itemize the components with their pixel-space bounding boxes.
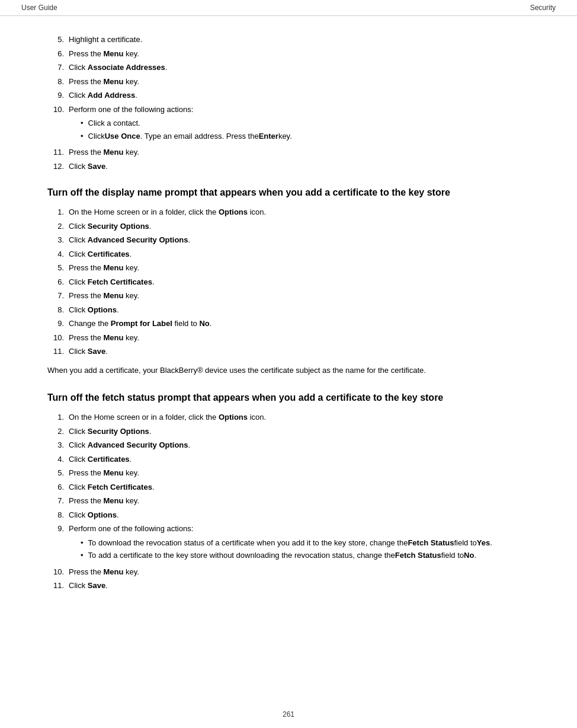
list-number: 1. — [47, 206, 69, 218]
list-content: Press the Menu key. — [69, 146, 530, 158]
bullet-item: To download the revocation status of a c… — [69, 537, 530, 549]
list-number: 1. — [47, 411, 69, 423]
list-item: 11.Click Save. — [47, 346, 530, 357]
list-content: Perform one of the following actions:To … — [69, 523, 530, 564]
list-number: 4. — [47, 454, 69, 465]
header-right: Security — [530, 4, 556, 12]
list-item: 9.Change the Prompt for Label field to N… — [47, 318, 530, 330]
list-item: 3.Click Advanced Security Options. — [47, 439, 530, 451]
list-item: 9.Click Add Address. — [47, 90, 530, 101]
list-item: 2.Click Security Options. — [47, 426, 530, 438]
list-item: 5.Press the Menu key. — [47, 262, 530, 274]
list-item: 11.Press the Menu key. — [47, 146, 530, 158]
list-content: Click Security Options. — [69, 221, 530, 232]
list-item: 2.Click Security Options. — [47, 221, 530, 232]
list-content: Press the Menu key. — [69, 290, 530, 302]
bullet-item: Click Use Once. Type an email address. P… — [69, 130, 530, 142]
page-footer: 261 — [0, 710, 577, 719]
list-number: 4. — [47, 248, 69, 260]
list-content: Click Certificates. — [69, 248, 530, 260]
list-number: 11. — [47, 580, 69, 592]
list-item: 7.Press the Menu key. — [47, 495, 530, 507]
list-item: 7.Click Associate Addresses. — [47, 62, 530, 74]
list-number: 2. — [47, 426, 69, 438]
list-content: Click Fetch Certificates. — [69, 481, 530, 493]
list-item: 10.Perform one of the following actions:… — [47, 104, 530, 145]
list-number: 5. — [47, 467, 69, 479]
list-content: Click Certificates. — [69, 454, 530, 465]
bullet-list: To download the revocation status of a c… — [69, 537, 530, 561]
list-item: 1.On the Home screen or in a folder, cli… — [47, 411, 530, 423]
list-number: 2. — [47, 221, 69, 232]
page-number: 261 — [283, 710, 294, 719]
list-content: Highlight a certificate. — [69, 34, 530, 46]
page-content: 5.Highlight a certificate.6.Press the Me… — [0, 16, 577, 612]
page-header: User Guide Security — [0, 0, 577, 16]
list-item: 5.Highlight a certificate. — [47, 34, 530, 46]
list-number: 6. — [47, 481, 69, 493]
list-content: Click Save. — [69, 161, 530, 173]
list-number: 11. — [47, 346, 69, 357]
list-content: Click Fetch Certificates. — [69, 276, 530, 288]
list-number: 12. — [47, 161, 69, 173]
list-number: 11. — [47, 146, 69, 158]
list-content: Click Options. — [69, 509, 530, 521]
list-content: Click Add Address. — [69, 90, 530, 101]
list-number: 9. — [47, 90, 69, 101]
list-number: 7. — [47, 62, 69, 74]
list-number: 8. — [47, 509, 69, 521]
list-content: Press the Menu key. — [69, 467, 530, 479]
list-content: Press the Menu key. — [69, 48, 530, 60]
list-content: Click Save. — [69, 580, 530, 592]
list-item: 3.Click Advanced Security Options. — [47, 234, 530, 246]
list-number: 10. — [47, 566, 69, 578]
list-number: 6. — [47, 48, 69, 60]
list-number: 3. — [47, 234, 69, 246]
list-content: Change the Prompt for Label field to No. — [69, 318, 530, 330]
intro-list: 5.Highlight a certificate.6.Press the Me… — [47, 34, 530, 172]
list-number: 9. — [47, 523, 69, 535]
list-item: 6.Click Fetch Certificates. — [47, 481, 530, 493]
section2: Turn off the fetch status prompt that ap… — [47, 391, 530, 592]
list-number: 8. — [47, 304, 69, 316]
list-item: 12.Click Save. — [47, 161, 530, 173]
list-number: 7. — [47, 290, 69, 302]
list-number: 8. — [47, 76, 69, 88]
list-content: Click Advanced Security Options. — [69, 439, 530, 451]
list-content: On the Home screen or in a folder, click… — [69, 206, 530, 218]
list-number: 6. — [47, 276, 69, 288]
list-item: 10.Press the Menu key. — [47, 332, 530, 344]
list-content: Perform one of the following actions:Cli… — [69, 104, 530, 145]
header-left: User Guide — [21, 4, 57, 12]
list-item: 6.Click Fetch Certificates. — [47, 276, 530, 288]
section1-note: When you add a certificate, your BlackBe… — [47, 365, 530, 377]
list-item: 8.Click Options. — [47, 509, 530, 521]
bullet-item: To add a certificate to the key store wi… — [69, 550, 530, 561]
list-item: 10.Press the Menu key. — [47, 566, 530, 578]
list-content: Click Save. — [69, 346, 530, 357]
list-content: On the Home screen or in a folder, click… — [69, 411, 530, 423]
section2-heading: Turn off the fetch status prompt that ap… — [47, 391, 530, 404]
list-content: Click Options. — [69, 304, 530, 316]
list-item: 9.Perform one of the following actions:T… — [47, 523, 530, 564]
list-number: 5. — [47, 262, 69, 274]
list-item: 8.Press the Menu key. — [47, 76, 530, 88]
list-item: 6.Press the Menu key. — [47, 48, 530, 60]
list-number: 3. — [47, 439, 69, 451]
list-number: 10. — [47, 332, 69, 344]
list-number: 5. — [47, 34, 69, 46]
section1-list: 1.On the Home screen or in a folder, cli… — [47, 206, 530, 357]
list-item: 1.On the Home screen or in a folder, cli… — [47, 206, 530, 218]
list-item: 4.Click Certificates. — [47, 454, 530, 465]
bullet-item: Click a contact. — [69, 117, 530, 129]
list-content: Press the Menu key. — [69, 495, 530, 507]
section2-list: 1.On the Home screen or in a folder, cli… — [47, 411, 530, 592]
list-content: Press the Menu key. — [69, 262, 530, 274]
bullet-list: Click a contact.Click Use Once. Type an … — [69, 117, 530, 142]
list-content: Click Advanced Security Options. — [69, 234, 530, 246]
list-item: 4.Click Certificates. — [47, 248, 530, 260]
list-content: Press the Menu key. — [69, 76, 530, 88]
section1-heading: Turn off the display name prompt that ap… — [47, 186, 530, 199]
list-item: 11.Click Save. — [47, 580, 530, 592]
list-item: 7.Press the Menu key. — [47, 290, 530, 302]
